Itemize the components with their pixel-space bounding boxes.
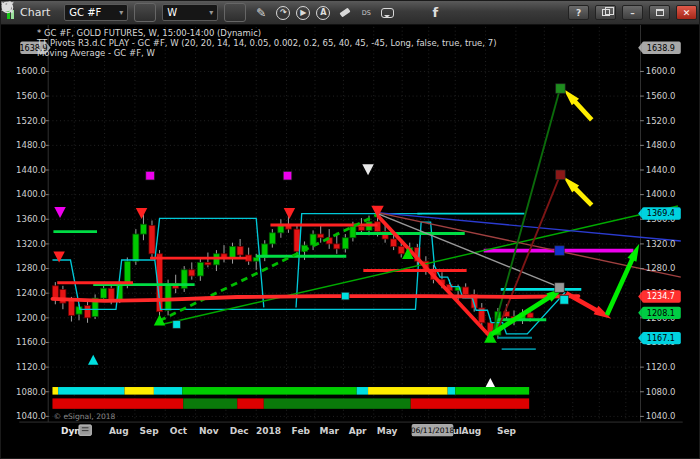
price-label-left: 1600.0	[16, 66, 46, 76]
candle	[398, 246, 404, 253]
axis-bubble-pointer	[638, 308, 642, 317]
price-label-left: 1160.0	[16, 337, 46, 347]
alerts-circle-icon[interactable]: A	[316, 6, 330, 20]
projection-arrow	[574, 187, 592, 205]
month-label: Sep	[140, 426, 160, 436]
signal-stripe-segment	[237, 398, 264, 408]
candle	[463, 287, 469, 294]
projection-arrow	[566, 293, 598, 311]
candle	[205, 262, 211, 264]
month-label: Dec	[230, 426, 249, 436]
study-info-line: TT Pivots R3.d.C PLAY - GC #F, W (20, 20…	[37, 38, 496, 48]
price-label-right: 1040.0	[646, 411, 676, 421]
maximize-button[interactable]	[649, 5, 670, 20]
time-template-button[interactable]	[224, 3, 246, 22]
replay-circle-icon[interactable]: ▶	[296, 6, 310, 20]
minimize-button[interactable]: –	[622, 5, 643, 20]
trend-stripe-segment	[357, 387, 368, 395]
candle	[269, 233, 275, 244]
facebook-icon[interactable]: f	[426, 4, 444, 22]
draw-pencil-icon[interactable]: ✎	[252, 4, 270, 22]
price-label-right: 1480.0	[646, 140, 676, 150]
month-label: May	[377, 426, 398, 436]
ds-badge: DS	[360, 4, 372, 22]
price-label-left: 1320.0	[16, 239, 46, 249]
help-button[interactable]: ?	[568, 5, 589, 20]
symbol-value: GC #F	[69, 7, 101, 18]
month-label: 2018	[256, 426, 281, 436]
axis-bubble-label: 1638.9	[647, 44, 675, 53]
price-label-right: 1080.0	[646, 387, 676, 397]
signal-marker-square	[173, 321, 181, 329]
chevron-down-icon: ▾	[209, 8, 213, 17]
candle	[165, 283, 171, 310]
candle	[101, 288, 107, 298]
chat-icon[interactable]	[378, 4, 396, 22]
signal-marker-square	[555, 283, 564, 292]
price-label-left: 1040.0	[16, 411, 46, 421]
axis-bubble-label: 1208.1	[647, 309, 675, 318]
price-label-right: 1600.0	[646, 66, 676, 76]
candle	[85, 306, 91, 318]
dyn-icon	[79, 425, 91, 435]
axis-bubble-pointer	[638, 209, 642, 218]
interval-select[interactable]: W ▾	[162, 4, 218, 21]
signal-marker-square	[342, 292, 350, 300]
signal-marker-triangle-down	[284, 208, 295, 219]
candle	[358, 227, 364, 231]
month-label: Mar	[319, 426, 339, 436]
price-label-left: 1560.0	[16, 91, 46, 101]
candle	[391, 239, 397, 246]
signal-marker-triangle-down	[53, 252, 64, 263]
twitter-icon[interactable]	[402, 4, 420, 22]
month-label: Aug	[461, 426, 481, 436]
eraser-icon[interactable]	[336, 4, 354, 22]
dyn-label: Dyn	[61, 426, 81, 436]
signal-stripe-segment	[52, 398, 183, 408]
symbol-lookup-button[interactable]	[134, 3, 156, 22]
symbol-info-line: * GC #F, GOLD FUTURES, W, 15:00-14:00 (D…	[37, 28, 261, 38]
signal-marker-triangle-down	[136, 208, 147, 219]
signal-marker-triangle-down	[54, 207, 65, 218]
signal-marker-triangle-up	[88, 355, 98, 365]
price-label-right: 1440.0	[646, 165, 676, 175]
axis-bubble-label: 1234.7	[647, 292, 675, 301]
price-label-left: 1240.0	[16, 288, 46, 298]
trend-stripe-segment	[52, 387, 58, 395]
price-label-left: 1360.0	[16, 214, 46, 224]
chevron-down-icon: ▾	[119, 8, 123, 17]
signal-stripe-segment	[183, 398, 237, 408]
price-label-left: 1520.0	[16, 116, 46, 126]
candle	[68, 301, 74, 316]
month-label: Oct	[170, 426, 188, 436]
candle	[342, 238, 348, 249]
candle	[334, 244, 340, 249]
trend-line	[378, 213, 681, 241]
month-label: Apr	[349, 426, 367, 436]
price-label-left: 1120.0	[16, 362, 46, 372]
price-label-left: 1440.0	[16, 165, 46, 175]
signal-marker-triangle-up	[486, 378, 495, 387]
window-titlebar: Chart GC #F ▾ W ▾ ✎ ↷ ▶ A DS f ? – ✕	[1, 1, 700, 25]
crosshair-date-label: 06/11/2018	[411, 426, 455, 435]
redo-circle-icon[interactable]: ↷	[276, 6, 290, 20]
candle	[350, 227, 356, 238]
chart-area[interactable]: 1600.01600.01560.01560.01520.01520.01480…	[1, 25, 700, 459]
trend-stripe-segment	[368, 387, 448, 395]
signal-marker-square	[146, 171, 155, 180]
ma-info-line: Moving Average - GC #F, W	[37, 48, 155, 58]
price-label-left: 1200.0	[16, 313, 46, 323]
symbol-select[interactable]: GC #F ▾	[64, 4, 128, 21]
price-label-right: 1400.0	[646, 189, 676, 199]
projection-arrow	[574, 100, 592, 120]
candle	[140, 224, 146, 234]
signal-marker-square	[555, 246, 564, 255]
candle	[318, 234, 324, 238]
esignal-chart-window: Chart GC #F ▾ W ▾ ✎ ↷ ▶ A DS f ? – ✕	[0, 0, 700, 459]
interval-value: W	[167, 7, 177, 18]
candle	[133, 234, 139, 261]
restore-button[interactable]	[595, 5, 616, 20]
axis-bubble-pointer	[638, 43, 642, 52]
close-button[interactable]: ✕	[676, 5, 697, 20]
month-label: Sep	[497, 426, 517, 436]
